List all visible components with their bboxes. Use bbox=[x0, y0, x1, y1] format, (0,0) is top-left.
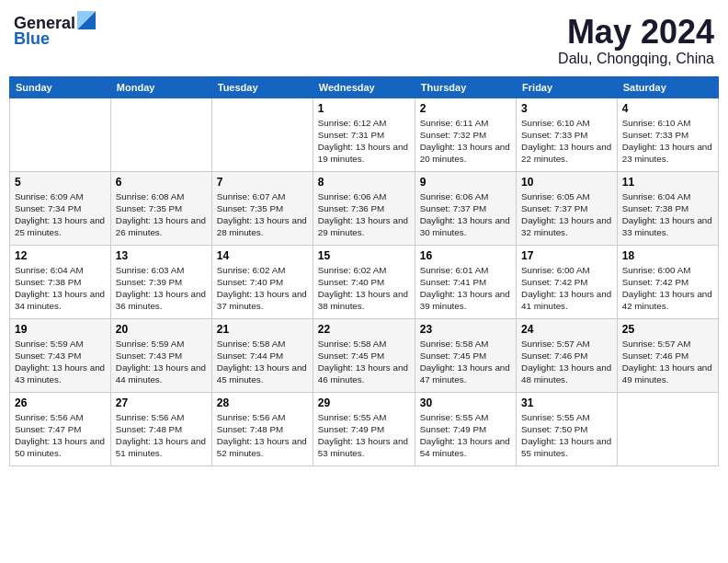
calendar-cell: 11Sunrise: 6:04 AMSunset: 7:38 PMDayligh… bbox=[617, 171, 718, 245]
cell-info: Sunset: 7:49 PM bbox=[420, 423, 511, 435]
calendar-cell: 30Sunrise: 5:55 AMSunset: 7:49 PMDayligh… bbox=[415, 392, 516, 465]
cell-info: Sunset: 7:48 PM bbox=[116, 423, 207, 435]
cell-info: Daylight: 13 hours and 51 minutes. bbox=[116, 435, 207, 459]
cell-info: Daylight: 13 hours and 28 minutes. bbox=[217, 214, 308, 238]
cell-info: Daylight: 13 hours and 42 minutes. bbox=[622, 288, 713, 312]
cell-info: Sunset: 7:42 PM bbox=[622, 276, 713, 288]
day-number: 5 bbox=[15, 176, 106, 189]
day-number: 20 bbox=[116, 323, 207, 336]
cell-info: Sunset: 7:46 PM bbox=[622, 350, 713, 362]
day-number: 22 bbox=[318, 323, 410, 336]
cell-info: Daylight: 13 hours and 26 minutes. bbox=[116, 214, 207, 238]
cell-info: Sunrise: 6:08 AM bbox=[116, 190, 207, 202]
cell-info: Daylight: 13 hours and 39 minutes. bbox=[420, 288, 511, 312]
calendar-cell: 14Sunrise: 6:02 AMSunset: 7:40 PMDayligh… bbox=[211, 245, 313, 318]
cell-info: Sunset: 7:50 PM bbox=[521, 423, 612, 435]
cell-info: Sunrise: 6:04 AM bbox=[15, 264, 106, 276]
cell-info: Sunset: 7:39 PM bbox=[116, 276, 207, 288]
weekday-header-sunday: Sunday bbox=[10, 76, 111, 98]
calendar-cell: 28Sunrise: 5:56 AMSunset: 7:48 PMDayligh… bbox=[211, 392, 313, 465]
cell-info: Sunrise: 6:09 AM bbox=[15, 190, 106, 202]
cell-info: Sunset: 7:35 PM bbox=[116, 202, 207, 214]
calendar-cell: 13Sunrise: 6:03 AMSunset: 7:39 PMDayligh… bbox=[110, 245, 211, 318]
cell-info: Daylight: 13 hours and 20 minutes. bbox=[420, 141, 511, 165]
calendar-cell bbox=[110, 98, 211, 171]
cell-info: Sunset: 7:31 PM bbox=[318, 129, 410, 141]
day-number: 29 bbox=[318, 396, 410, 409]
calendar-cell: 2Sunrise: 6:11 AMSunset: 7:32 PMDaylight… bbox=[415, 98, 516, 171]
day-number: 30 bbox=[420, 396, 511, 409]
calendar-cell: 10Sunrise: 6:05 AMSunset: 7:37 PMDayligh… bbox=[517, 171, 618, 245]
day-number: 2 bbox=[420, 102, 511, 115]
cell-info: Daylight: 13 hours and 34 minutes. bbox=[15, 288, 106, 312]
calendar-cell: 4Sunrise: 6:10 AMSunset: 7:33 PMDaylight… bbox=[617, 98, 718, 171]
calendar-cell: 6Sunrise: 6:08 AMSunset: 7:35 PMDaylight… bbox=[110, 171, 211, 245]
cell-info: Sunrise: 6:12 AM bbox=[318, 117, 410, 129]
day-number: 17 bbox=[521, 249, 612, 262]
cell-info: Sunrise: 5:59 AM bbox=[116, 338, 207, 350]
calendar-table: SundayMondayTuesdayWednesdayThursdayFrid… bbox=[9, 76, 719, 466]
day-number: 11 bbox=[622, 176, 713, 189]
calendar-cell: 3Sunrise: 6:10 AMSunset: 7:33 PMDaylight… bbox=[517, 98, 618, 171]
calendar-cell: 29Sunrise: 5:55 AMSunset: 7:49 PMDayligh… bbox=[313, 392, 415, 465]
cell-info: Sunrise: 5:55 AM bbox=[420, 411, 511, 423]
cell-info: Sunrise: 6:10 AM bbox=[521, 117, 612, 129]
cell-info: Daylight: 13 hours and 48 minutes. bbox=[521, 362, 612, 385]
cell-info: Daylight: 13 hours and 32 minutes. bbox=[521, 214, 612, 238]
cell-info: Sunrise: 6:02 AM bbox=[217, 264, 308, 276]
calendar-cell: 27Sunrise: 5:56 AMSunset: 7:48 PMDayligh… bbox=[110, 392, 211, 465]
day-number: 25 bbox=[622, 323, 713, 336]
cell-info: Sunset: 7:32 PM bbox=[420, 129, 511, 141]
day-number: 7 bbox=[217, 176, 308, 189]
cell-info: Sunset: 7:44 PM bbox=[217, 350, 308, 362]
cell-info: Daylight: 13 hours and 50 minutes. bbox=[15, 435, 106, 459]
day-number: 19 bbox=[15, 323, 106, 336]
day-number: 12 bbox=[15, 249, 106, 262]
cell-info: Daylight: 13 hours and 46 minutes. bbox=[318, 362, 410, 385]
day-number: 15 bbox=[318, 249, 410, 262]
page-header: General Blue May 2024 Dalu, Chongqing, C… bbox=[9, 9, 719, 67]
cell-info: Sunset: 7:49 PM bbox=[318, 423, 410, 435]
cell-info: Daylight: 13 hours and 45 minutes. bbox=[217, 362, 308, 385]
cell-info: Sunrise: 5:56 AM bbox=[15, 411, 106, 423]
cell-info: Sunrise: 6:00 AM bbox=[521, 264, 612, 276]
day-number: 14 bbox=[217, 249, 308, 262]
day-number: 1 bbox=[318, 102, 410, 115]
cell-info: Sunset: 7:45 PM bbox=[420, 350, 511, 362]
cell-info: Daylight: 13 hours and 37 minutes. bbox=[217, 288, 308, 312]
weekday-header-thursday: Thursday bbox=[415, 76, 516, 98]
calendar-cell bbox=[10, 98, 111, 171]
cell-info: Sunset: 7:40 PM bbox=[318, 276, 410, 288]
cell-info: Sunset: 7:35 PM bbox=[217, 202, 308, 214]
cell-info: Sunset: 7:37 PM bbox=[420, 202, 511, 214]
cell-info: Sunrise: 5:58 AM bbox=[217, 338, 308, 350]
calendar-cell: 1Sunrise: 6:12 AMSunset: 7:31 PMDaylight… bbox=[313, 98, 415, 171]
day-number: 3 bbox=[521, 102, 612, 115]
cell-info: Daylight: 13 hours and 25 minutes. bbox=[15, 214, 106, 238]
cell-info: Daylight: 13 hours and 52 minutes. bbox=[217, 435, 308, 459]
cell-info: Daylight: 13 hours and 23 minutes. bbox=[622, 141, 713, 165]
cell-info: Daylight: 13 hours and 41 minutes. bbox=[521, 288, 612, 312]
cell-info: Sunrise: 6:06 AM bbox=[420, 190, 511, 202]
cell-info: Daylight: 13 hours and 54 minutes. bbox=[420, 435, 511, 459]
weekday-header-friday: Friday bbox=[517, 76, 618, 98]
cell-info: Sunset: 7:33 PM bbox=[622, 129, 713, 141]
cell-info: Sunset: 7:36 PM bbox=[318, 202, 410, 214]
day-number: 8 bbox=[318, 176, 410, 189]
day-number: 16 bbox=[420, 249, 511, 262]
calendar-week-row: 12Sunrise: 6:04 AMSunset: 7:38 PMDayligh… bbox=[10, 245, 719, 318]
calendar-week-row: 5Sunrise: 6:09 AMSunset: 7:34 PMDaylight… bbox=[10, 171, 719, 245]
cell-info: Sunrise: 5:58 AM bbox=[318, 338, 410, 350]
cell-info: Sunrise: 5:57 AM bbox=[622, 338, 713, 350]
calendar-week-row: 19Sunrise: 5:59 AMSunset: 7:43 PMDayligh… bbox=[10, 318, 719, 392]
day-number: 21 bbox=[217, 323, 308, 336]
cell-info: Sunset: 7:42 PM bbox=[521, 276, 612, 288]
cell-info: Sunset: 7:40 PM bbox=[217, 276, 308, 288]
weekday-header-tuesday: Tuesday bbox=[211, 76, 313, 98]
cell-info: Daylight: 13 hours and 44 minutes. bbox=[116, 362, 207, 385]
calendar-cell: 23Sunrise: 5:58 AMSunset: 7:45 PMDayligh… bbox=[415, 318, 516, 392]
logo-icon bbox=[77, 11, 96, 29]
cell-info: Daylight: 13 hours and 30 minutes. bbox=[420, 214, 511, 238]
cell-info: Daylight: 13 hours and 49 minutes. bbox=[622, 362, 713, 385]
cell-info: Sunset: 7:43 PM bbox=[116, 350, 207, 362]
